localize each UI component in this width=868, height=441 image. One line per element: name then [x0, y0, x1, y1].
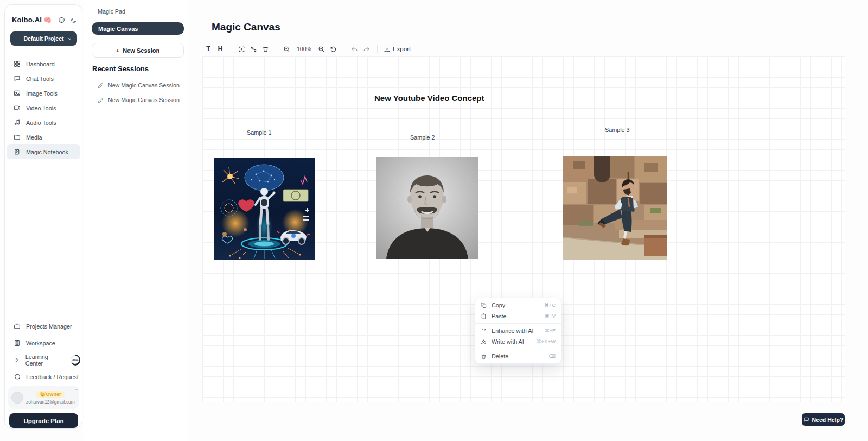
- zoom-out-icon: [318, 46, 325, 53]
- sidebar-item-feedback[interactable]: Feedback / Request: [7, 368, 80, 385]
- canvas-image-ruins[interactable]: [563, 156, 667, 260]
- need-help-button[interactable]: Need Help?: [802, 413, 845, 426]
- enhance-icon: [481, 328, 487, 334]
- canvas-image-ai-collage[interactable]: [214, 158, 315, 260]
- paste-icon: [481, 313, 487, 319]
- sidebar-item-label: Dashboard: [26, 61, 55, 67]
- upgrade-plan-button[interactable]: Upgrade Plan: [9, 413, 78, 428]
- play-icon: [13, 357, 20, 363]
- pencil-icon: [98, 83, 104, 89]
- text-tool-button[interactable]: T: [202, 43, 214, 55]
- sidebar-item-label: Workspace: [26, 340, 55, 346]
- export-button[interactable]: Export: [382, 43, 412, 55]
- sidebar-item-label: Video Tools: [26, 105, 56, 111]
- context-menu-item-paste[interactable]: Paste ⌘+V: [475, 311, 561, 322]
- sparkle-icon: [481, 339, 487, 345]
- brand-logo: Kolbo.AI: [12, 16, 42, 24]
- app: Kolbo.AI 🧠 Default Project Dashboard Cha…: [0, 0, 868, 441]
- download-icon: [384, 46, 391, 53]
- brain-logo-icon: 🧠: [43, 16, 52, 24]
- zoom-out-button[interactable]: [316, 43, 328, 55]
- chevron-down-icon: [67, 36, 72, 41]
- connector-tool-button[interactable]: [247, 43, 259, 55]
- toolbar-divider: [377, 45, 378, 53]
- heading-tool-button[interactable]: H: [214, 43, 226, 55]
- page-title: Magic Canvas: [212, 21, 280, 33]
- user-meta: 👑Owner zoharvan12@gmail.com: [26, 391, 75, 405]
- video-icon: [13, 104, 21, 111]
- sidebar-item-label: Magic Notebook: [26, 149, 68, 155]
- dashboard-icon: [13, 60, 21, 67]
- sidebar-item-label: Image Tools: [26, 90, 58, 97]
- user-card[interactable]: 👑Owner zoharvan12@gmail.com ⌃: [8, 386, 79, 409]
- zoom-level: 100%: [292, 46, 316, 52]
- sidebar-item-label: Feedback / Request: [26, 374, 79, 380]
- reset-view-button[interactable]: [328, 43, 340, 55]
- globe-icon[interactable]: [58, 16, 65, 23]
- sidebar-item-video-tools[interactable]: Video Tools: [7, 100, 80, 115]
- user-email: zoharvan12@gmail.com: [26, 399, 75, 405]
- moon-icon[interactable]: [71, 17, 77, 23]
- context-menu-divider: [475, 323, 561, 324]
- media-icon: [13, 134, 21, 141]
- undo-button[interactable]: [349, 43, 361, 55]
- avatar: [11, 392, 23, 404]
- zoom-in-button[interactable]: [280, 43, 292, 55]
- ai-select-icon: [238, 46, 245, 53]
- sidebar-item-dashboard[interactable]: Dashboard: [7, 56, 80, 71]
- sidebar-item-audio-tools[interactable]: Audio Tools: [7, 115, 80, 130]
- brand-row: Kolbo.AI 🧠: [12, 16, 78, 24]
- session-item-label: New Magic Canvas Session: [108, 82, 180, 89]
- magic-canvas-surface[interactable]: New Youtube Video Concept Sample 1 Sampl…: [202, 56, 845, 402]
- project-selector[interactable]: Default Project: [10, 32, 77, 46]
- sidebar: Kolbo.AI 🧠 Default Project Dashboard Cha…: [4, 4, 82, 429]
- sidebar-item-magic-notebook[interactable]: Magic Notebook: [7, 144, 80, 159]
- new-session-button[interactable]: + New Session: [92, 43, 184, 58]
- sample-3-label[interactable]: Sample 3: [605, 127, 630, 133]
- context-menu: Copy ⌘+C Paste ⌘+V Enhance with AI ⌘+E W…: [475, 298, 561, 364]
- pencil-icon: [98, 97, 104, 103]
- chevron-up-icon: ⌃: [75, 388, 79, 393]
- learning-progress-badge: 66%: [71, 355, 80, 366]
- magic-canvas-tab[interactable]: Magic Canvas: [92, 22, 184, 35]
- image-icon: [13, 90, 21, 97]
- canvas-heading[interactable]: New Youtube Video Concept: [374, 93, 484, 103]
- building-icon: [13, 339, 21, 346]
- context-menu-item-write-ai[interactable]: Write with AI ⌘+⇧+W: [475, 336, 561, 347]
- sidebar-item-label: Media: [26, 134, 42, 141]
- canvas-image-portrait[interactable]: [376, 157, 478, 259]
- sidebar-item-image-tools[interactable]: Image Tools: [7, 86, 80, 100]
- sample-1-label[interactable]: Sample 1: [247, 129, 272, 136]
- delete-tool-button[interactable]: [259, 43, 271, 55]
- redo-icon: [363, 46, 370, 53]
- notebook-icon: [13, 148, 21, 155]
- sidebar-footer-nav: Projects Manager Workspace Learning Cent…: [7, 318, 80, 385]
- session-list-item[interactable]: New Magic Canvas Session: [98, 82, 180, 89]
- sidebar-item-media[interactable]: Media: [7, 130, 80, 144]
- project-selector-label: Default Project: [23, 35, 63, 42]
- owner-badge: 👑Owner: [36, 391, 65, 398]
- session-panel: Magic Pad Magic Canvas + New Session Rec…: [84, 0, 188, 441]
- audio-icon: [13, 119, 21, 126]
- sidebar-item-chat-tools[interactable]: Chat Tools: [7, 71, 80, 86]
- chat-icon: [13, 75, 21, 82]
- zoom-in-icon: [283, 46, 290, 53]
- briefcase-icon: [13, 323, 21, 330]
- context-menu-item-delete[interactable]: Delete ⌫: [475, 351, 561, 362]
- ai-select-button[interactable]: [235, 43, 247, 55]
- help-chat-icon: [803, 417, 809, 423]
- context-menu-item-copy[interactable]: Copy ⌘+C: [475, 300, 561, 311]
- toolbar-divider: [344, 45, 344, 53]
- rotate-icon: [330, 46, 337, 53]
- session-list-item[interactable]: New Magic Canvas Session: [98, 97, 180, 103]
- sample-2-label[interactable]: Sample 2: [410, 134, 435, 141]
- sidebar-item-projects-manager[interactable]: Projects Manager: [7, 318, 80, 335]
- magic-pad-link[interactable]: Magic Pad: [98, 8, 125, 15]
- context-menu-item-enhance-ai[interactable]: Enhance with AI ⌘+E: [475, 325, 561, 336]
- recent-sessions-heading: Recent Sessions: [92, 65, 149, 73]
- redo-button[interactable]: [361, 43, 373, 55]
- undo-icon: [351, 46, 358, 53]
- sidebar-item-label: Audio Tools: [26, 119, 56, 126]
- sidebar-item-workspace[interactable]: Workspace: [7, 335, 80, 351]
- sidebar-item-learning-center[interactable]: Learning Center 66%: [7, 351, 80, 368]
